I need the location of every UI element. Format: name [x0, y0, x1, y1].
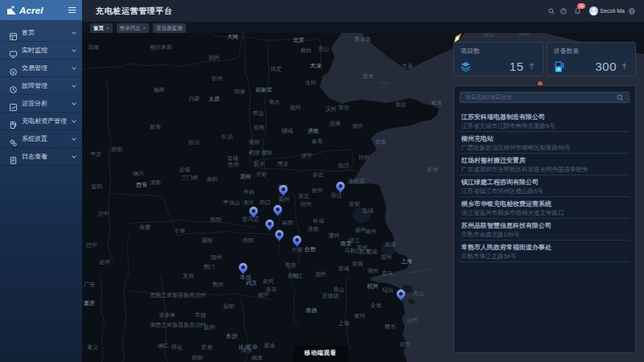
- svg-text:武汉: 武汉: [246, 280, 257, 286]
- svg-text:遵义: 遵义: [87, 344, 98, 351]
- svg-text:淮南: 淮南: [308, 226, 319, 232]
- svg-text:渤海: 渤海: [362, 73, 374, 80]
- svg-text:衢州: 衢州: [354, 313, 365, 319]
- svg-text:临汾: 临汾: [188, 139, 200, 146]
- svg-text:汉中: 汉中: [97, 211, 109, 217]
- svg-text:合肥: 合肥: [304, 246, 316, 253]
- svg-text:常德: 常德: [195, 312, 206, 319]
- svg-text:巴中: 巴中: [86, 242, 97, 248]
- svg-text:台州: 台州: [407, 317, 418, 323]
- svg-text:九江: 九江: [291, 273, 303, 279]
- svg-text:十堰: 十堰: [174, 228, 185, 234]
- svg-text:长沙: 长沙: [226, 333, 237, 339]
- svg-text:镇江: 镇江: [348, 237, 360, 244]
- svg-text:洛阳: 洛阳: [206, 176, 217, 183]
- svg-text:襄阳: 襄阳: [201, 237, 213, 244]
- svg-text:马鞍山: 马鞍山: [345, 248, 361, 253]
- svg-text:太原: 太原: [208, 96, 220, 101]
- svg-text:榆林: 榆林: [154, 87, 165, 93]
- svg-text:济南: 济南: [308, 128, 319, 134]
- svg-text:新乡: 新乡: [254, 160, 265, 167]
- svg-text:德州: 德州: [290, 105, 301, 111]
- svg-text:乌海: 乌海: [88, 44, 99, 51]
- svg-text:许昌: 许昌: [243, 189, 254, 195]
- svg-text:扬州: 扬州: [355, 227, 366, 233]
- svg-text:西安: 西安: [136, 182, 147, 188]
- svg-text:达州: 达州: [99, 259, 110, 265]
- svg-text:娄底: 娄底: [201, 344, 213, 351]
- svg-text:泰州: 泰州: [365, 228, 377, 235]
- svg-text:宜昌: 宜昌: [183, 273, 194, 279]
- svg-text:铜仁: 铜仁: [157, 343, 169, 348]
- svg-text:六安: 六安: [291, 247, 303, 253]
- svg-text:庆阳: 庆阳: [111, 146, 122, 153]
- svg-text:淄博: 淄博: [328, 121, 341, 127]
- svg-text:鹤壁: 鹤壁: [249, 149, 260, 155]
- svg-text:驻马店: 驻马店: [242, 216, 259, 222]
- svg-text:北京: 北京: [293, 37, 304, 43]
- svg-text:三门峡: 三门峡: [181, 175, 198, 180]
- svg-text:长治: 长治: [221, 134, 233, 140]
- svg-text:重庆: 重庆: [84, 300, 95, 306]
- svg-text:周口: 周口: [259, 200, 270, 206]
- svg-text:安康: 安康: [139, 224, 151, 231]
- svg-text:荆门: 荆门: [204, 264, 215, 269]
- svg-text:衡水: 衡水: [269, 99, 280, 105]
- svg-text:烟台: 烟台: [395, 101, 407, 108]
- svg-text:唐山: 唐山: [318, 45, 329, 51]
- svg-text:菏泽: 菏泽: [277, 161, 288, 167]
- svg-text:邯郸: 邯郸: [254, 125, 265, 130]
- svg-text:信阳: 信阳: [242, 237, 254, 244]
- svg-text:广安: 广安: [84, 282, 95, 287]
- svg-text:鄂尔多斯: 鄂尔多斯: [150, 44, 172, 51]
- svg-text:徐州: 徐州: [312, 187, 323, 194]
- svg-text:东营: 东营: [338, 105, 349, 111]
- svg-text:¥: ¥: [12, 70, 15, 75]
- svg-text:温州: 温州: [399, 341, 411, 348]
- svg-text:濮阳: 濮阳: [261, 150, 272, 156]
- svg-text:聊城: 聊城: [282, 128, 293, 134]
- svg-text:郑州: 郑州: [240, 174, 251, 179]
- svg-text:吕梁: 吕梁: [188, 95, 200, 102]
- svg-text:苏州: 苏州: [381, 254, 392, 260]
- svg-text:日照: 日照: [358, 154, 369, 161]
- svg-text:渭南: 渭南: [150, 179, 161, 186]
- svg-text:宣城: 宣城: [352, 261, 363, 266]
- svg-text:蚌埠: 蚌埠: [313, 218, 324, 224]
- svg-text:漯河: 漯河: [242, 200, 254, 206]
- svg-text:廊坊: 廊坊: [300, 47, 312, 54]
- svg-text:潍坊: 潍坊: [352, 123, 363, 130]
- svg-text:湖州: 湖州: [367, 268, 378, 274]
- svg-text:平凉: 平凉: [90, 151, 101, 157]
- svg-text:大连: 大连: [402, 63, 413, 69]
- svg-text:阳泉: 阳泉: [234, 88, 246, 95]
- svg-text:沧州: 沧州: [305, 80, 316, 86]
- svg-text:运城: 运城: [179, 167, 190, 172]
- svg-text:铜川: 铜川: [132, 171, 144, 176]
- svg-text:丽水: 丽水: [385, 323, 396, 330]
- svg-text:?: ?: [563, 8, 565, 13]
- svg-text:南昌: 南昌: [306, 307, 317, 314]
- svg-text:张家界: 张家界: [159, 312, 175, 319]
- svg-text:新余: 新余: [264, 342, 275, 349]
- svg-text:安庆: 安庆: [285, 262, 296, 268]
- svg-text:湘潭: 湘潭: [251, 355, 262, 361]
- svg-text:孝感: 孝感: [239, 274, 251, 280]
- svg-text:威海: 威海: [431, 100, 442, 106]
- svg-text:杭州: 杭州: [366, 283, 378, 290]
- svg-text:焦作: 焦作: [228, 162, 239, 167]
- svg-text:安阳: 安阳: [249, 139, 260, 146]
- svg-text:上饶: 上饶: [338, 320, 349, 327]
- svg-text:舟山: 舟山: [413, 290, 424, 296]
- svg-text:湘西土家族苗族自治州: 湘西土家族苗族自治州: [150, 322, 206, 328]
- svg-text:朔州: 朔州: [208, 55, 220, 60]
- svg-text:枣庄: 枣庄: [312, 172, 324, 179]
- svg-text:盐城: 盐城: [362, 208, 374, 213]
- svg-text:晋城: 晋城: [227, 155, 238, 162]
- svg-text:株洲: 株洲: [237, 344, 250, 351]
- svg-text:恩施土家族苗族自治州: 恩施土家族苗族自治州: [150, 292, 206, 298]
- svg-text:泰安: 泰安: [312, 138, 323, 145]
- svg-text:黄山: 黄山: [333, 286, 345, 293]
- svg-text:邵阳: 邵阳: [192, 355, 203, 361]
- svg-text:随州: 随州: [211, 254, 222, 261]
